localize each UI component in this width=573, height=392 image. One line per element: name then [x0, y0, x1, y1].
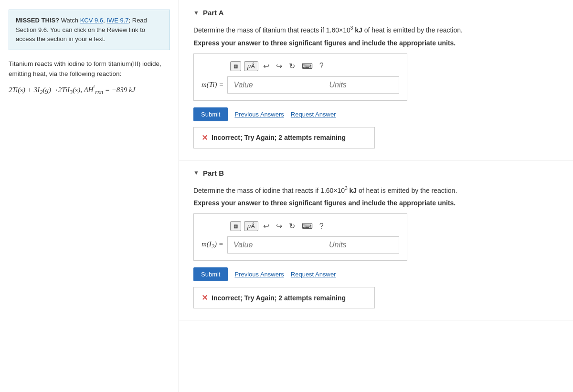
part-a-refresh-button[interactable]: ↻: [287, 61, 297, 72]
part-b-title: Part B: [203, 169, 224, 177]
part-b-mu-button[interactable]: μÅ: [244, 221, 258, 231]
part-a-help-button[interactable]: ?: [318, 61, 326, 71]
part-b-prev-answers-button[interactable]: Previous Answers: [234, 271, 284, 278]
part-a-keyboard-button[interactable]: ⌨: [300, 61, 315, 72]
part-b-help-button[interactable]: ?: [318, 221, 326, 232]
part-b-refresh-button[interactable]: ↻: [287, 221, 297, 232]
part-b-submit-button[interactable]: Submit: [193, 267, 228, 281]
watch-text: Watch: [61, 17, 78, 24]
iwe-link[interactable]: IWE 9.7: [106, 17, 128, 24]
part-b-matrix-button[interactable]: ▦: [230, 221, 241, 231]
part-b-header[interactable]: ▼ Part B: [193, 169, 559, 177]
part-b-toolbar: ▦ μÅ ↩ ↪ ↻ ⌨ ?: [202, 221, 399, 232]
undo-icon-b: ↩: [263, 222, 269, 230]
matrix-icon-b: ▦: [233, 223, 238, 229]
part-b-chevron-icon: ▼: [193, 170, 199, 176]
part-a-section: ▼ Part A Determine the mass of titanium …: [179, 0, 573, 160]
part-a-submit-row: Submit Previous Answers Request Answer: [193, 107, 559, 121]
part-a-feedback-text: ✕ Incorrect; Try Again; 2 attempts remai…: [202, 133, 367, 142]
part-a-feedback-message: Incorrect; Try Again; 2 attempts remaini…: [212, 134, 346, 141]
part-a-answer-box: ▦ μÅ ↩ ↪ ↻ ⌨ ?: [193, 53, 407, 101]
part-b-section: ▼ Part B Determine the mass of iodine th…: [179, 160, 573, 321]
part-b-feedback-box: ✕ Incorrect; Try Again; 2 attempts remai…: [193, 287, 375, 308]
part-a-units-input[interactable]: [323, 76, 399, 94]
part-a-error-icon: ✕: [202, 133, 208, 142]
help-icon-b: ?: [319, 222, 324, 230]
part-a-title: Part A: [203, 9, 224, 17]
part-b-input-label: m(I2) =: [202, 240, 223, 250]
undo-icon: ↩: [263, 62, 269, 70]
part-b-keyboard-button[interactable]: ⌨: [300, 221, 315, 232]
kcv-link[interactable]: KCV 9.6: [80, 17, 103, 24]
part-a-question1: Determine the mass of titanium that reac…: [193, 24, 559, 35]
keyboard-icon: ⌨: [302, 62, 313, 70]
part-b-question2: Express your answer to three significant…: [193, 199, 559, 207]
redo-icon-b: ↪: [276, 222, 282, 230]
part-b-input-row: m(I2) =: [202, 236, 399, 254]
part-b-undo-button[interactable]: ↩: [261, 221, 271, 232]
part-b-feedback-message: Incorrect; Try Again; 2 attempts remaini…: [212, 294, 346, 302]
reaction-formula: 2Ti(s) + 3I2(g)→2TiI3(s), ΔH°rxn = −839 …: [9, 84, 170, 97]
refresh-icon: ↻: [289, 62, 295, 70]
part-a-input-row: m(Ti) =: [202, 76, 399, 94]
part-b-value-input[interactable]: [227, 236, 323, 254]
reaction-description: Titanium reacts with iodine to form tita…: [9, 59, 170, 97]
part-a-toolbar: ▦ μÅ ↩ ↪ ↻ ⌨ ?: [202, 61, 399, 72]
part-a-redo-button[interactable]: ↪: [274, 61, 284, 72]
part-a-submit-button[interactable]: Submit: [193, 107, 228, 121]
part-b-units-input[interactable]: [323, 236, 399, 254]
part-b-request-answer-button[interactable]: Request Answer: [291, 271, 336, 278]
part-b-redo-button[interactable]: ↪: [274, 221, 284, 232]
main-content: ▼ Part A Determine the mass of titanium …: [179, 0, 573, 392]
refresh-icon-b: ↻: [289, 222, 295, 230]
part-a-undo-button[interactable]: ↩: [261, 61, 271, 72]
part-b-answer-box: ▦ μÅ ↩ ↪ ↻ ⌨ ?: [193, 213, 407, 261]
part-b-feedback-text: ✕ Incorrect; Try Again; 2 attempts remai…: [202, 293, 367, 302]
redo-icon: ↪: [276, 62, 282, 70]
part-a-chevron-icon: ▼: [193, 10, 199, 16]
part-a-prev-answers-button[interactable]: Previous Answers: [234, 111, 284, 118]
help-icon: ?: [319, 62, 324, 70]
part-a-request-answer-button[interactable]: Request Answer: [291, 111, 336, 118]
mu-icon-b: μÅ: [247, 222, 255, 230]
part-a-matrix-button[interactable]: ▦: [230, 61, 241, 71]
sidebar: MISSED THIS? Watch KCV 9.6, IWE 9.7; Rea…: [0, 0, 179, 392]
part-a-input-label: m(Ti) =: [202, 81, 223, 89]
part-a-header[interactable]: ▼ Part A: [193, 9, 559, 17]
part-b-question1: Determine the mass of iodine that reacts…: [193, 185, 559, 196]
matrix-icon: ▦: [233, 64, 238, 69]
part-a-feedback-box: ✕ Incorrect; Try Again; 2 attempts remai…: [193, 127, 375, 148]
part-a-mu-button[interactable]: μÅ: [244, 61, 258, 71]
reaction-desc-text: Titanium reacts with iodine to form tita…: [9, 59, 170, 79]
keyboard-icon-b: ⌨: [302, 222, 313, 230]
missed-this-box: MISSED THIS? Watch KCV 9.6, IWE 9.7; Rea…: [9, 10, 170, 50]
part-a-question2: Express your answer to three significant…: [193, 39, 559, 47]
part-b-error-icon: ✕: [202, 293, 208, 302]
missed-label: MISSED THIS?: [16, 17, 59, 24]
part-b-submit-row: Submit Previous Answers Request Answer: [193, 267, 559, 281]
part-a-value-input[interactable]: [227, 76, 323, 94]
mu-icon: μÅ: [247, 63, 255, 70]
